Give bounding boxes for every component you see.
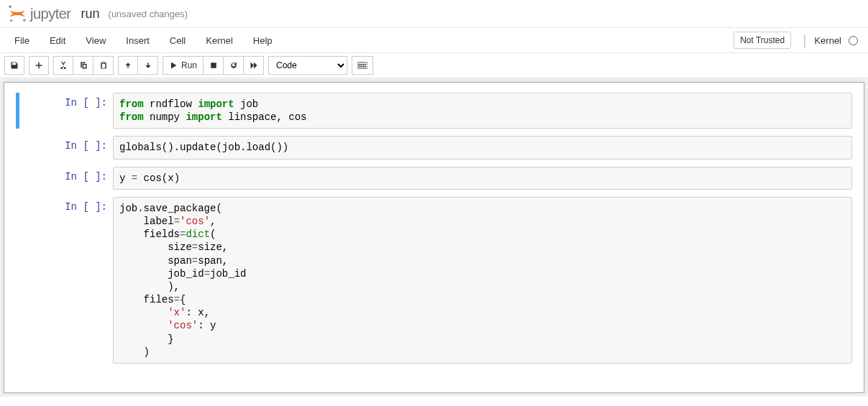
notebook-container: In [ ]:from rndflow import job from nump…	[4, 82, 864, 393]
svg-rect-6	[360, 66, 362, 68]
input-area[interactable]: globals().update(job.load())	[113, 136, 852, 159]
menu-edit[interactable]: Edit	[40, 31, 76, 50]
restart-run-all-button[interactable]	[244, 56, 264, 75]
autosave-status: (unsaved changes)	[109, 9, 188, 19]
cells-area: In [ ]:from rndflow import job from nump…	[16, 93, 852, 364]
svg-rect-11	[362, 64, 364, 65]
logo-text: jupyter	[30, 6, 71, 22]
run-label: Run	[181, 60, 197, 70]
svg-rect-8	[365, 66, 366, 68]
notebook-background: In [ ]:from rndflow import job from nump…	[0, 78, 868, 397]
menu-kernel[interactable]: Kernel	[196, 31, 243, 50]
save-button[interactable]	[4, 56, 24, 75]
save-group	[4, 56, 24, 75]
input-prompt: In [ ]:	[19, 201, 107, 213]
code-input[interactable]: job.save_package( label='cos', fields=di…	[119, 202, 846, 359]
kernel-name[interactable]: Kernel	[814, 35, 841, 46]
menu-items: FileEditViewInsertCellKernelHelp	[4, 31, 283, 50]
code-cell[interactable]: In [ ]:from rndflow import job from nump…	[16, 93, 852, 129]
command-palette-button[interactable]	[352, 56, 373, 75]
svg-point-2	[10, 20, 12, 22]
svg-rect-4	[357, 63, 367, 68]
input-area[interactable]: from rndflow import job from numpy impor…	[113, 93, 852, 129]
code-input[interactable]: y = cos(x)	[119, 172, 846, 185]
trust-button[interactable]: Not Trusted	[734, 32, 791, 49]
paste-button[interactable]	[93, 56, 114, 75]
code-input[interactable]: globals().update(job.load())	[119, 141, 846, 154]
menu-cell[interactable]: Cell	[160, 31, 196, 50]
prompt-area: In [ ]:	[16, 93, 113, 129]
input-prompt: In [ ]:	[19, 140, 107, 152]
cell-type-select[interactable]: CodeMarkdownRaw NBConvertHeading	[268, 56, 347, 75]
separator: |	[803, 32, 806, 49]
svg-rect-10	[360, 64, 362, 65]
svg-rect-12	[365, 64, 366, 65]
toolbar: Run CodeMarkdownRaw NBConvertHeading	[0, 53, 868, 78]
celltype-group: CodeMarkdownRaw NBConvertHeading	[268, 56, 347, 75]
move-group	[118, 56, 158, 75]
code-cell[interactable]: In [ ]:y = cos(x)	[16, 167, 852, 190]
svg-rect-7	[362, 66, 364, 68]
kernel-idle-icon	[849, 36, 858, 45]
code-input[interactable]: from rndflow import job from numpy impor…	[119, 98, 846, 124]
prompt-area: In [ ]:	[16, 167, 113, 190]
code-cell[interactable]: In [ ]:globals().update(job.load())	[16, 136, 852, 159]
code-cell[interactable]: In [ ]:job.save_package( label='cos', fi…	[16, 197, 852, 364]
cut-copy-paste-group	[53, 56, 114, 75]
svg-point-0	[9, 6, 12, 8]
interrupt-button[interactable]	[204, 56, 224, 75]
run-button[interactable]: Run	[163, 56, 204, 75]
menu-view[interactable]: View	[76, 31, 116, 50]
insert-cell-below-button[interactable]	[29, 56, 49, 75]
cut-button[interactable]	[53, 56, 73, 75]
insert-group	[29, 56, 49, 75]
move-down-button[interactable]	[138, 56, 158, 75]
svg-rect-5	[358, 66, 360, 68]
prompt-area: In [ ]:	[16, 136, 113, 159]
kernel-indicator-area: Not Trusted | Kernel	[734, 32, 864, 49]
run-group: Run	[163, 56, 264, 75]
menubar: FileEditViewInsertCellKernelHelp Not Tru…	[0, 28, 868, 52]
jupyter-logo[interactable]: jupyter	[7, 4, 71, 24]
notebook-name[interactable]: run	[81, 6, 100, 22]
header: jupyter run (unsaved changes)	[0, 0, 868, 28]
menu-help[interactable]: Help	[243, 31, 283, 50]
copy-button[interactable]	[73, 56, 93, 75]
svg-point-1	[23, 19, 26, 22]
input-prompt: In [ ]:	[19, 97, 107, 109]
command-palette-group	[352, 56, 373, 75]
move-up-button[interactable]	[118, 56, 138, 75]
restart-button[interactable]	[224, 56, 244, 75]
menubar-container: FileEditViewInsertCellKernelHelp Not Tru…	[0, 28, 868, 53]
input-area[interactable]: job.save_package( label='cos', fields=di…	[113, 197, 852, 364]
svg-rect-9	[358, 64, 360, 65]
prompt-area: In [ ]:	[16, 197, 113, 364]
menu-file[interactable]: File	[4, 31, 40, 50]
input-area[interactable]: y = cos(x)	[113, 167, 852, 190]
menu-insert[interactable]: Insert	[116, 31, 160, 50]
svg-rect-3	[211, 63, 216, 68]
input-prompt: In [ ]:	[19, 171, 107, 183]
